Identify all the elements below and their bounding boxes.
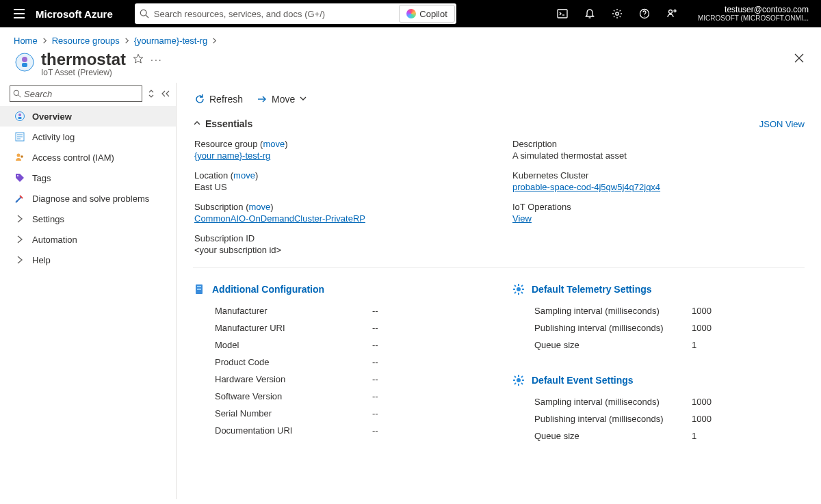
sidebar-item-diagnose[interactable]: Diagnose and solve problems xyxy=(0,188,176,209)
kv-row: Sampling interval (milliseconds)1000 xyxy=(512,393,805,410)
overview-icon xyxy=(14,111,25,122)
svg-rect-15 xyxy=(22,63,27,67)
section-header: Additional Configuration xyxy=(212,284,324,295)
svg-line-45 xyxy=(521,285,523,287)
breadcrumb: Home Resource groups {yourname}-test-rg xyxy=(0,27,821,50)
ess-iot-value[interactable]: View xyxy=(512,213,532,224)
sidebar-search[interactable] xyxy=(10,85,142,102)
kv-key: Hardware Version xyxy=(215,374,372,384)
svg-line-44 xyxy=(521,292,523,293)
ess-location-label: Location xyxy=(194,170,228,181)
sidebar-item-overview[interactable]: Overview xyxy=(0,106,176,127)
ess-desc-label: Description xyxy=(512,139,803,149)
kv-value: 1000 xyxy=(692,414,712,424)
move-location-link[interactable]: move xyxy=(233,170,255,181)
close-icon[interactable] xyxy=(791,50,807,68)
sidebar-item-label: Access control (IAM) xyxy=(32,152,114,163)
sidebar-item-activity-log[interactable]: Activity log xyxy=(0,127,176,147)
move-sub-link[interactable]: move xyxy=(249,202,271,212)
ess-sub-value[interactable]: CommonAIO-OnDemandCluster-PrivateRP xyxy=(194,213,365,224)
section-telemetry[interactable]: Default Telemetry Settings xyxy=(512,283,805,295)
ess-desc-value: A simulated thermostat asset xyxy=(512,150,803,161)
svg-point-47 xyxy=(517,378,521,382)
gear-icon xyxy=(512,374,525,386)
breadcrumb-rg[interactable]: Resource groups xyxy=(52,36,120,46)
chevron-right-icon xyxy=(14,254,25,265)
svg-line-55 xyxy=(514,383,516,384)
svg-line-46 xyxy=(514,292,516,293)
kv-value: -- xyxy=(372,391,378,401)
svg-line-43 xyxy=(514,285,516,287)
kv-row: Software Version-- xyxy=(193,388,485,405)
config-icon xyxy=(193,283,205,295)
svg-line-4 xyxy=(146,15,148,18)
svg-point-10 xyxy=(644,16,644,16)
refresh-button[interactable]: Refresh xyxy=(193,91,244,107)
settings-gear-icon[interactable] xyxy=(603,0,631,27)
svg-point-30 xyxy=(17,175,18,176)
kv-key: Sampling interval (milliseconds) xyxy=(534,397,692,407)
ess-k8s-value[interactable]: probable-space-cod-4j5qw5j4q72jqx4 xyxy=(512,182,660,192)
kv-value: -- xyxy=(372,306,378,316)
resource-header: thermostat ··· IoT Asset (Preview) xyxy=(0,50,821,83)
section-additional-config[interactable]: Additional Configuration xyxy=(193,283,485,295)
svg-line-53 xyxy=(521,383,523,384)
essentials-grid: Resource group (move) {your name}-test-r… xyxy=(193,132,805,268)
account-menu[interactable]: testuser@contoso.com MICROSOFT (MICROSOF… xyxy=(686,5,816,23)
svg-point-22 xyxy=(18,114,21,116)
favorite-star-icon[interactable] xyxy=(133,53,144,66)
json-view-link[interactable]: JSON View xyxy=(759,119,805,129)
svg-point-11 xyxy=(668,10,672,14)
kv-row: Serial Number-- xyxy=(193,405,485,422)
help-icon[interactable] xyxy=(631,0,658,27)
section-events[interactable]: Default Event Settings xyxy=(512,374,805,386)
svg-rect-5 xyxy=(558,10,567,18)
svg-point-28 xyxy=(17,154,21,157)
ess-location-value: East US xyxy=(194,182,485,192)
ess-rg-value[interactable]: {your name}-test-rg xyxy=(194,150,270,161)
ess-rg-label: Resource group xyxy=(194,139,258,149)
kv-row: Manufacturer URI-- xyxy=(193,319,485,336)
kv-value: -- xyxy=(372,323,378,333)
svg-point-14 xyxy=(22,57,27,62)
collapse-sidebar-icon[interactable] xyxy=(161,85,171,102)
sidebar-search-input[interactable] xyxy=(21,89,139,99)
ess-k8s-label: Kubernetes Cluster xyxy=(512,170,803,181)
hamburger-menu-icon[interactable] xyxy=(5,0,33,27)
more-actions-icon[interactable]: ··· xyxy=(151,54,163,65)
svg-point-29 xyxy=(21,155,23,158)
essentials-header: Essentials xyxy=(205,118,252,129)
svg-point-38 xyxy=(517,287,521,291)
breadcrumb-current[interactable]: {yourname}-test-rg xyxy=(134,36,208,46)
kv-key: Queue size xyxy=(534,431,692,441)
feedback-icon[interactable] xyxy=(658,0,686,27)
tags-icon xyxy=(14,172,25,183)
chevron-right-icon xyxy=(14,234,25,245)
cloud-shell-icon[interactable] xyxy=(549,0,576,27)
svg-line-20 xyxy=(18,95,21,97)
sidebar-item-automation[interactable]: Automation xyxy=(0,229,176,250)
search-icon xyxy=(135,9,154,18)
essentials-toggle[interactable]: Essentials xyxy=(193,118,252,129)
refresh-label: Refresh xyxy=(209,94,243,105)
notifications-icon[interactable] xyxy=(576,0,603,27)
expand-collapse-icon[interactable] xyxy=(146,85,157,102)
copilot-button[interactable]: Copilot xyxy=(399,5,454,23)
chevron-right-icon xyxy=(211,36,218,46)
sidebar-item-settings[interactable]: Settings xyxy=(0,209,176,229)
kv-key: Software Version xyxy=(215,391,372,401)
sidebar-item-tags[interactable]: Tags xyxy=(0,168,176,188)
svg-point-3 xyxy=(140,10,146,16)
sidebar-item-help[interactable]: Help xyxy=(0,250,176,270)
move-rg-link[interactable]: move xyxy=(263,139,285,149)
sidebar-item-label: Tags xyxy=(32,173,51,183)
sidebar-item-label: Settings xyxy=(32,214,64,224)
kv-value: 1000 xyxy=(692,323,712,333)
breadcrumb-home[interactable]: Home xyxy=(14,36,38,46)
move-button[interactable]: Move xyxy=(255,91,309,107)
resource-subtitle: IoT Asset (Preview) xyxy=(41,68,163,77)
global-search[interactable]: Copilot xyxy=(135,3,456,24)
sidebar-item-access-control[interactable]: Access control (IAM) xyxy=(0,147,176,168)
chevron-right-icon xyxy=(14,213,25,224)
kv-key: Documentation URI xyxy=(215,425,372,436)
